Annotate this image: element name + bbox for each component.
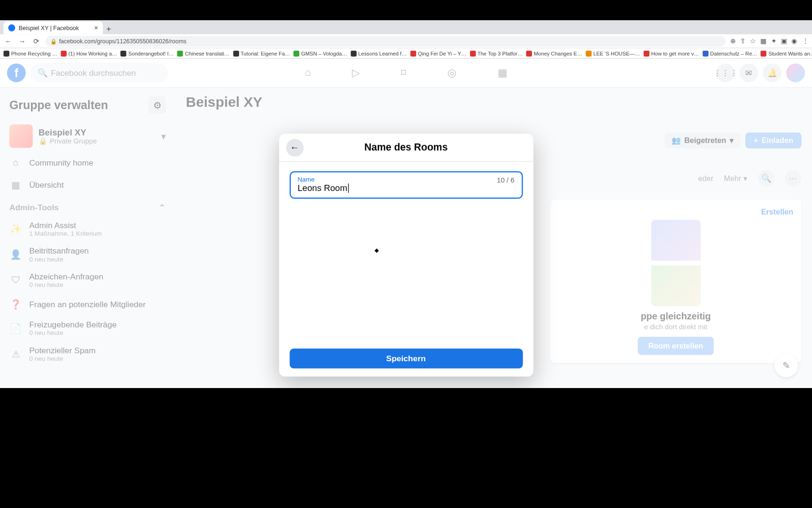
browser-tabbar: Beispiel XY | Facebook × + (0, 20, 812, 34)
bookmark-item[interactable]: (1) How Working a… (61, 50, 117, 56)
nav-reload-icon[interactable]: ⟳ (31, 37, 41, 45)
modal-back-button[interactable]: ← (286, 139, 303, 156)
bookmark-favicon (761, 50, 766, 56)
url-field[interactable]: 🔒 facebook.com/groups/1126350550836026/r… (46, 36, 726, 46)
invite-label: Einladen (762, 136, 793, 145)
bookmark-favicon (470, 50, 476, 56)
save-button[interactable]: Speichern (289, 349, 523, 368)
bookmark-item[interactable]: Phone Recycling … (3, 50, 57, 56)
chevron-down-icon: ▾ (743, 174, 748, 183)
sidebar-item-label: Potenzieller Spam (29, 346, 95, 355)
bookmark-item[interactable]: How to get more v… (644, 50, 699, 56)
nav-back-icon[interactable]: ← (3, 37, 13, 45)
bookmark-item[interactable]: Qing Fei De Yi – Y… (410, 50, 466, 56)
bookmark-item[interactable]: Sonderangebot! I… (121, 50, 174, 56)
page-title: Beispiel XY (186, 94, 802, 111)
more-options-icon[interactable]: ⋯ (785, 170, 802, 186)
tab-more[interactable]: Mehr ▾ (724, 174, 748, 183)
tab-members[interactable]: eder (698, 174, 713, 183)
browser-tab[interactable]: Beispiel XY | Facebook × (3, 21, 102, 34)
bookmark-item[interactable]: The Top 3 Platfor… (470, 50, 523, 56)
groups-icon[interactable]: ◎ (447, 66, 457, 79)
star-icon[interactable]: ☆ (750, 37, 756, 45)
menu-icon[interactable]: ⋮ (802, 37, 809, 45)
sidebar-admin-item[interactable]: ✨Admin Assist1 Maßnahme, 1 Kriterium (5, 215, 171, 241)
joined-button[interactable]: 👥 Beigetreten ▾ (664, 133, 741, 149)
tab-favicon (8, 24, 15, 32)
bookmark-item[interactable]: Datenschutz – Re… (703, 50, 757, 56)
gaming-icon[interactable]: ▦ (498, 66, 508, 79)
bookmark-label: How to get more v… (651, 50, 699, 56)
bookmark-item[interactable]: Lessons Learned f… (351, 50, 407, 56)
profile-icon[interactable]: ◉ (791, 37, 797, 45)
sidebar-admin-item[interactable]: ⚠Potenzieller Spam0 neu heute (5, 341, 171, 367)
bookmark-item[interactable]: Student Wants an… (761, 50, 812, 56)
bookmark-favicon (586, 50, 592, 56)
joined-label: Beigetreten (684, 136, 726, 145)
room-name-modal: ← Name des Rooms Name Leons Room 10 / 6 … (279, 134, 533, 376)
bookmark-label: Tutorial: Eigene Fa… (241, 50, 290, 56)
bookmark-favicon (526, 50, 532, 56)
room-create-button[interactable]: Room erstellen (638, 337, 714, 355)
lock-icon: 🔒 (39, 137, 47, 145)
sidebar-item-overview[interactable]: ▦ Übersicht (5, 174, 171, 196)
rooms-subtext: e dich dort direkt mit (640, 323, 710, 331)
bookmark-favicon (644, 50, 649, 56)
sidebar-admin-item[interactable]: 📄Freizugebende Beiträge0 neu heute (5, 315, 171, 341)
bookmark-favicon (294, 50, 299, 56)
chevron-down-icon[interactable]: ▾ (161, 130, 166, 142)
bookmark-favicon (233, 50, 239, 56)
account-avatar[interactable] (786, 64, 805, 82)
watch-icon[interactable]: ▷ (352, 66, 360, 79)
overview-icon: ▦ (9, 178, 22, 191)
sidebar-item-subtext: 0 neu heute (29, 255, 89, 262)
bookmark-item[interactable]: Chinese translati… (178, 50, 230, 56)
chevron-up-icon: ⌃ (159, 203, 166, 212)
bookmark-item[interactable]: LEE 'S HOUSE—… (586, 50, 640, 56)
lock-icon: 🔒 (50, 38, 57, 44)
home-icon[interactable]: ⌂ (304, 66, 311, 79)
sidebar-admin-item[interactable]: 👤Beitrittsanfragen0 neu heute (5, 241, 171, 267)
tab-title: Beispiel XY | Facebook (19, 24, 79, 31)
notifications-icon[interactable]: 🔔 (763, 64, 781, 82)
menu-grid-icon[interactable]: ⋮⋮⋮ (716, 64, 735, 82)
admin-item-icon: 🛡 (9, 274, 22, 286)
fb-logo[interactable]: f (7, 64, 26, 82)
new-tab-button[interactable]: + (103, 24, 115, 34)
bookmark-item[interactable]: Tutorial: Eigene Fa… (233, 50, 290, 56)
sidebar-admin-item[interactable]: 🛡Abzeichen-Anfragen0 neu heute (5, 267, 171, 293)
invite-button[interactable]: + Einladen (745, 133, 801, 149)
group-name: Beispiel XY (39, 127, 97, 137)
search-in-group-icon[interactable]: 🔍 (758, 170, 774, 186)
fb-ext-icon[interactable]: ▦ (760, 37, 766, 45)
sidebar-item-label: Admin Assist (29, 220, 102, 230)
browser-address-bar: ← → ⟳ 🔒 facebook.com/groups/112635055083… (0, 34, 812, 48)
sidebar-item-subtext: 0 neu heute (29, 281, 103, 288)
sidebar-settings-icon[interactable]: ⚙ (148, 96, 166, 114)
fb-search[interactable]: 🔍 Facebook durchsuchen (31, 63, 168, 83)
zoom-icon[interactable]: ⊕ (730, 37, 735, 45)
sidebar-admin-item[interactable]: ❓Fragen an potenzielle Mitglieder (5, 293, 171, 315)
nav-forward-icon[interactable]: → (17, 37, 27, 45)
messenger-icon[interactable]: ✉ (740, 64, 758, 82)
extensions-icon[interactable]: ✦ (771, 37, 776, 45)
sidebar-item-subtext: 0 neu heute (29, 329, 117, 336)
bookmark-item[interactable]: GMSN – Vologda… (294, 50, 347, 56)
create-link[interactable]: Erstellen (761, 207, 793, 216)
bookmark-label: GMSN – Vologda… (301, 50, 347, 56)
fb-header: f 🔍 Facebook durchsuchen ⌂ ▷ ⌑ ◎ ▦ ⋮⋮⋮ ✉… (0, 59, 812, 87)
bookmark-item[interactable]: Money Changes E… (526, 50, 582, 56)
sidebar-item-community-home[interactable]: ⌂ Community home (5, 151, 171, 174)
search-placeholder: Facebook durchsuchen (51, 68, 136, 78)
share-icon[interactable]: ⇪ (740, 37, 745, 45)
side-panel-icon[interactable]: ▣ (781, 37, 787, 45)
tab-close-icon[interactable]: × (94, 24, 98, 32)
admin-tools-heading[interactable]: Admin-Tools ⌃ (5, 196, 171, 215)
compose-fab[interactable]: ✎ (774, 354, 798, 377)
name-field[interactable]: Name Leons Room 10 / 6 (289, 171, 523, 198)
group-selector[interactable]: Beispiel XY 🔒Private Gruppe ▾ (5, 121, 171, 151)
marketplace-icon[interactable]: ⌑ (401, 66, 406, 79)
bookmark-favicon (410, 50, 416, 56)
sidebar-item-label: Fragen an potenzielle Mitglieder (29, 299, 146, 309)
bookmark-label: Phone Recycling … (11, 50, 57, 56)
